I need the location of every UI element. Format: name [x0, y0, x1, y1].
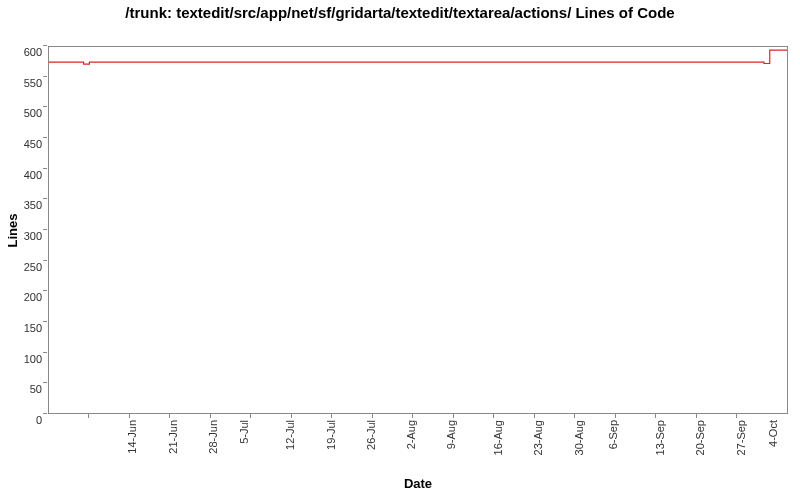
x-tick-mark — [696, 414, 697, 418]
x-tick-mark — [493, 414, 494, 418]
y-tick-label: 250 — [2, 261, 42, 273]
y-tick-mark — [43, 352, 47, 353]
y-tick-mark — [43, 290, 47, 291]
x-tick-mark — [372, 414, 373, 418]
y-tick-label: 600 — [2, 46, 42, 58]
x-tick-mark — [736, 414, 737, 418]
x-tick-mark — [210, 414, 211, 418]
y-tick-label: 350 — [2, 199, 42, 211]
line-series — [49, 47, 787, 413]
y-tick-label: 200 — [2, 291, 42, 303]
y-tick-label: 450 — [2, 138, 42, 150]
y-tick-label: 500 — [2, 107, 42, 119]
y-tick-mark — [43, 321, 47, 322]
y-tick-mark — [43, 137, 47, 138]
x-tick-label: 2-Aug — [405, 420, 417, 449]
y-tick-label: 400 — [2, 169, 42, 181]
x-tick-mark — [129, 414, 130, 418]
y-tick-mark — [43, 382, 47, 383]
x-tick-label: 4-Oct — [767, 420, 779, 447]
x-tick-label: 28-Jun — [207, 420, 219, 454]
x-axis-label: Date — [48, 476, 788, 491]
x-tick-label: 14-Jun — [126, 420, 138, 454]
x-tick-mark — [655, 414, 656, 418]
y-tick-mark — [43, 198, 47, 199]
y-tick-mark — [43, 260, 47, 261]
y-tick-mark — [43, 168, 47, 169]
plot-area — [48, 46, 788, 414]
y-tick-label: 0 — [2, 414, 42, 426]
x-tick-label: 19-Jul — [325, 420, 337, 450]
x-tick-label: 23-Aug — [533, 420, 545, 455]
x-tick-label: 9-Aug — [446, 420, 458, 449]
x-tick-mark — [250, 414, 251, 418]
x-tick-label: 20-Sep — [695, 420, 707, 455]
x-tick-mark — [291, 414, 292, 418]
x-tick-label: 12-Jul — [284, 420, 296, 450]
y-tick-mark — [43, 45, 47, 46]
y-axis-ticks: 050100150200250300350400450500550600 — [0, 46, 46, 414]
x-tick-label: 21-Jun — [167, 420, 179, 454]
x-tick-label: 13-Sep — [654, 420, 666, 455]
x-tick-mark — [534, 414, 535, 418]
x-tick-mark — [453, 414, 454, 418]
x-tick-label: 5-Jul — [238, 420, 250, 444]
chart-container: /trunk: textedit/src/app/net/sf/gridarta… — [0, 0, 800, 500]
x-tick-label: 30-Aug — [573, 420, 585, 455]
x-tick-mark — [88, 414, 89, 418]
chart-title: /trunk: textedit/src/app/net/sf/gridarta… — [0, 4, 800, 23]
x-tick-label: 16-Aug — [492, 420, 504, 455]
x-tick-mark — [412, 414, 413, 418]
x-tick-label: 26-Jul — [365, 420, 377, 450]
x-tick-mark — [331, 414, 332, 418]
x-axis-ticks: 14-Jun21-Jun28-Jun5-Jul12-Jul19-Jul26-Ju… — [48, 414, 788, 476]
x-tick-mark — [574, 414, 575, 418]
y-tick-label: 100 — [2, 353, 42, 365]
x-tick-label: 6-Sep — [607, 420, 619, 449]
y-tick-mark — [43, 106, 47, 107]
x-tick-mark — [169, 414, 170, 418]
y-tick-mark — [43, 413, 47, 414]
y-tick-label: 300 — [2, 230, 42, 242]
x-tick-mark — [615, 414, 616, 418]
y-tick-label: 550 — [2, 77, 42, 89]
y-tick-mark — [43, 229, 47, 230]
x-tick-label: 27-Sep — [735, 420, 747, 455]
y-tick-label: 150 — [2, 322, 42, 334]
y-tick-label: 50 — [2, 383, 42, 395]
y-tick-mark — [43, 76, 47, 77]
